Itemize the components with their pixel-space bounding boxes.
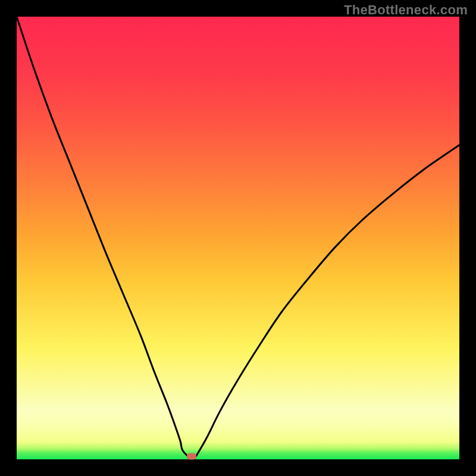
curve-svg	[17, 17, 459, 459]
min-marker	[187, 453, 196, 460]
chart-frame: TheBottleneck.com	[0, 0, 476, 476]
watermark-text: TheBottleneck.com	[344, 2, 468, 18]
plot-area	[17, 17, 459, 459]
curve-path	[17, 17, 459, 459]
